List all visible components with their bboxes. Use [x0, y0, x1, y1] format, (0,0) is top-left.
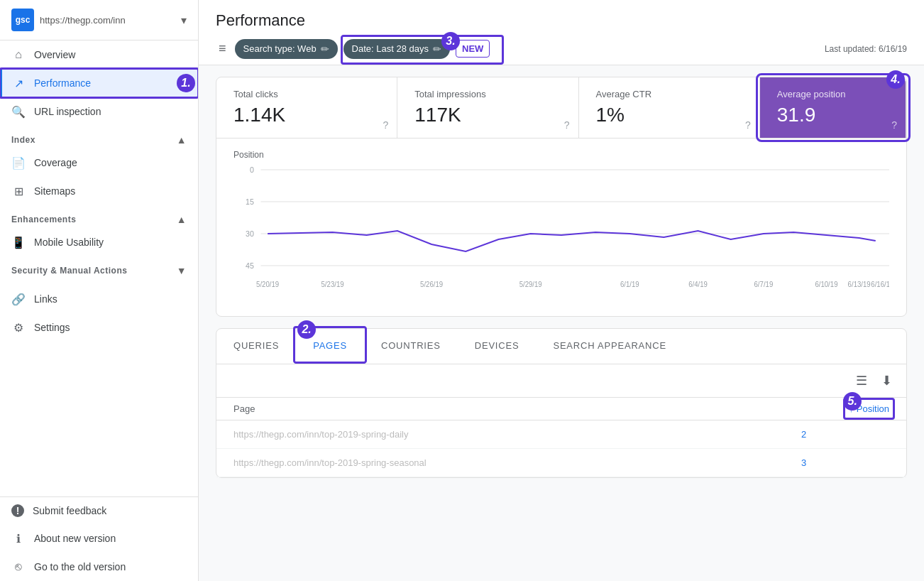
main-body: Total clicks 1.14K ? Total impressions 1… [199, 65, 924, 581]
tab-search-appearance[interactable]: SEARCH APPEARANCE [536, 329, 683, 364]
help-icon[interactable]: ? [891, 119, 897, 131]
document-icon: 📄 [11, 156, 26, 170]
chart-container: 0 15 30 45 5/20/19 5/23/19 5/26/19 5/29/… [233, 163, 889, 305]
collapse-icon[interactable]: ▲ [177, 214, 187, 225]
svg-text:6/7/19: 6/7/19 [754, 281, 774, 288]
sidebar-item-label: Overview [34, 49, 75, 60]
help-icon[interactable]: ? [383, 119, 388, 131]
tab-queries[interactable]: QUERIES [216, 329, 296, 364]
sidebar-item-label: Settings [34, 322, 70, 333]
date-label: Date: Last 28 days [352, 43, 429, 54]
table-toolbar: ☰ ⬇ [216, 364, 906, 398]
chart-area: Position 0 15 30 45 [216, 139, 906, 316]
sidebar-item-label: URL inspection [34, 106, 101, 117]
sort-asc-icon: ↑ [849, 403, 854, 414]
svg-text:0: 0 [250, 165, 254, 174]
metric-average-position: Average position 31.9 ? [760, 77, 906, 138]
section-label: Index [11, 135, 35, 145]
feedback-icon: ! [11, 504, 24, 517]
svg-text:6/10/19: 6/10/19 [815, 281, 837, 288]
sidebar-item-label: Links [34, 293, 57, 305]
svg-text:45: 45 [246, 261, 254, 270]
sidebar-item-label: Go to the old version [34, 561, 126, 572]
help-icon[interactable]: ? [745, 119, 751, 131]
home-icon: ⌂ [11, 48, 26, 62]
info-icon: ℹ [11, 531, 26, 545]
metric-label: Total clicks [233, 89, 380, 99]
sidebar-item-url-inspection[interactable]: 🔍 URL inspection [0, 97, 198, 126]
sidebar-item-sitemaps[interactable]: ⊞ Sitemaps [0, 177, 198, 205]
edit-icon: ✏ [321, 43, 329, 55]
sidebar-item-label: Submit feedback [33, 505, 106, 516]
table-row[interactable]: https://thegp.com/inn/top-2019-spring-da… [216, 420, 906, 449]
svg-text:5/29/19: 5/29/19 [519, 281, 542, 288]
svg-text:5/26/19: 5/26/19 [420, 281, 443, 288]
sidebar-item-settings[interactable]: ⚙ Settings [0, 313, 198, 342]
row-url: https://thegp.com/inn/top-2019-spring-da… [233, 429, 801, 440]
sidebar-item-label: Performance [34, 77, 91, 89]
metric-value: 31.9 [777, 104, 889, 126]
search-icon: 🔍 [11, 104, 26, 119]
svg-text:6/13/19: 6/13/19 [848, 281, 871, 288]
svg-text:5/20/19: 5/20/19 [256, 281, 279, 288]
mobile-icon: 📱 [11, 235, 26, 249]
section-label: Security & Manual Actions [11, 266, 127, 276]
sidebar-item-links[interactable]: 🔗 Links [0, 285, 198, 313]
collapse-icon[interactable]: ▲ [177, 134, 187, 146]
metric-average-ctr: Average CTR 1% ? [579, 77, 760, 138]
table-row[interactable]: https://thegp.com/inn/top-2019-spring-se… [216, 449, 906, 477]
section-enhancements: Enhancements ▲ [0, 205, 198, 228]
metrics-card: Total clicks 1.14K ? Total impressions 1… [216, 77, 907, 317]
grid-icon: ⊞ [11, 184, 26, 198]
logo-icon: gsc [11, 9, 34, 31]
chart-y-label: Position [233, 150, 889, 160]
sidebar-item-submit-feedback[interactable]: ! Submit feedback [0, 497, 198, 524]
svg-text:30: 30 [246, 229, 254, 238]
sidebar-item-overview[interactable]: ⌂ Overview [0, 40, 198, 69]
sidebar-footer: ! Submit feedback ℹ About new version ⎋ … [0, 496, 198, 581]
chevron-down-icon[interactable]: ▾ [181, 13, 187, 27]
metric-total-impressions: Total impressions 117K ? [397, 77, 578, 138]
sidebar-item-about-new-version[interactable]: ℹ About new version [0, 524, 198, 553]
help-icon[interactable]: ? [564, 119, 570, 131]
section-security: Security & Manual Actions ▼ [0, 256, 198, 279]
filter-rows-icon[interactable]: ☰ [853, 370, 870, 391]
svg-text:6/16/19: 6/16/19 [871, 281, 889, 288]
download-icon[interactable]: ⬇ [879, 370, 895, 391]
sidebar-item-coverage[interactable]: 📄 Coverage [0, 148, 198, 177]
tab-countries[interactable]: COUNTRIES [364, 329, 458, 364]
search-type-chip[interactable]: Search type: Web ✏ [235, 39, 338, 59]
tab-pages[interactable]: PAGES [296, 329, 364, 364]
svg-text:15: 15 [246, 197, 254, 206]
site-url: https://thegp.com/inn [40, 15, 175, 26]
expand-icon[interactable]: ▼ [177, 265, 187, 276]
sidebar-item-label: Mobile Usability [34, 237, 104, 248]
new-button[interactable]: NEW [456, 40, 490, 58]
row-url: https://thegp.com/inn/top-2019-spring-se… [233, 457, 801, 468]
last-updated-text: Last updated: 6/16/19 [825, 44, 907, 54]
svg-text:5/23/19: 5/23/19 [321, 281, 344, 288]
page-header: Performance ≡ Search type: Web ✏ Date: L… [199, 0, 924, 65]
gear-icon: ⚙ [11, 320, 26, 335]
edit-icon: ✏ [433, 43, 441, 55]
filter-icon[interactable]: ≡ [216, 38, 229, 59]
metric-value: 1% [596, 104, 742, 126]
section-label: Enhancements [11, 215, 76, 224]
sidebar-item-mobile-usability[interactable]: 📱 Mobile Usability [0, 228, 198, 256]
page-title: Performance [216, 11, 907, 30]
metrics-row: Total clicks 1.14K ? Total impressions 1… [216, 77, 906, 139]
metric-value: 117K [414, 104, 561, 126]
svg-text:6/1/19: 6/1/19 [620, 281, 639, 288]
logo-area[interactable]: gsc https://thegp.com/inn ▾ [0, 0, 198, 40]
sidebar-item-performance[interactable]: ↗ Performance [0, 69, 198, 97]
tab-devices[interactable]: DEVICES [458, 329, 537, 364]
date-chip[interactable]: Date: Last 28 days ✏ [343, 39, 450, 59]
sidebar-item-go-to-old-version[interactable]: ⎋ Go to the old version [0, 553, 198, 581]
metric-label: Average CTR [596, 89, 742, 99]
tabs-header: QUERIES PAGES 2. COUNTRIES DEVICES [216, 329, 906, 364]
row-position: 2 [801, 429, 806, 440]
column-header-position[interactable]: ↑ Position [849, 403, 889, 414]
sidebar-item-label: Coverage [34, 157, 77, 168]
row-position: 3 [801, 457, 806, 468]
trending-up-icon: ↗ [11, 76, 26, 90]
